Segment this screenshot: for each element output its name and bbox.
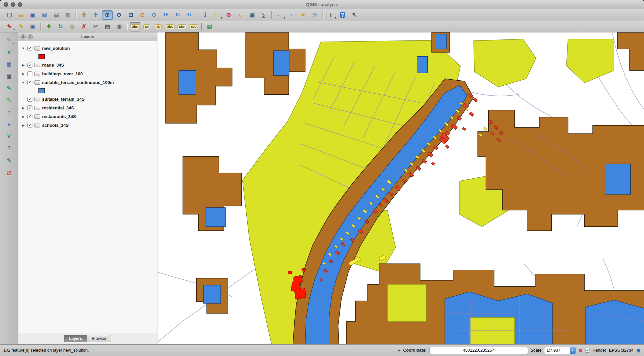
layer-checkbox[interactable]: [27, 97, 32, 102]
zoom-last-icon[interactable]: ↺: [160, 10, 171, 20]
text-annotation-icon[interactable]: T ▾: [326, 10, 336, 20]
toolbar-separator[interactable]: [76, 11, 76, 19]
move-feature-icon[interactable]: ✚: [43, 22, 54, 31]
expander-icon[interactable]: ▶: [21, 123, 25, 127]
layer-row-suitable-terrain-34s[interactable]: suitable_terrain_34S: [21, 95, 157, 103]
label-pin-icon[interactable]: ab: [153, 22, 164, 31]
select-features-icon[interactable]: ▢ ▾: [212, 10, 222, 20]
toolbar-separator[interactable]: [201, 23, 202, 30]
layer-row-new-solution[interactable]: ▼ new_solution: [21, 44, 157, 53]
expander-icon[interactable]: ▼: [21, 81, 25, 84]
whats-this-icon[interactable]: ↖: [349, 10, 360, 20]
layer-checkbox[interactable]: [27, 80, 32, 85]
field-calculator-icon[interactable]: ∑: [258, 10, 269, 20]
map-tips-icon[interactable]: ◖: [286, 10, 297, 20]
map-canvas[interactable]: [157, 32, 644, 344]
zoom-to-selection-icon[interactable]: ⊙: [137, 10, 148, 20]
save-project-as-icon[interactable]: ▣: [39, 10, 50, 20]
deselect-features-icon[interactable]: ⊘: [223, 10, 234, 20]
render-checkbox[interactable]: [585, 348, 590, 353]
layer-checkbox[interactable]: [27, 105, 32, 110]
expander-icon[interactable]: ▶: [21, 106, 25, 110]
close-panel-button[interactable]: ⊗: [20, 34, 26, 39]
pan-map-icon[interactable]: ✚: [79, 10, 89, 20]
scale-combo[interactable]: 1:7,937 ▼: [544, 347, 576, 354]
coordinate-input[interactable]: [429, 347, 528, 354]
copy-features-icon[interactable]: ▤: [102, 22, 113, 31]
new-project-icon[interactable]: ▢: [4, 10, 15, 20]
select-by-expression-icon[interactable]: ε: [235, 10, 246, 20]
pan-to-selection-icon[interactable]: ✚: [90, 10, 101, 20]
processing-toolbox-icon[interactable]: ▧: [204, 22, 215, 31]
add-database-layer-icon[interactable]: ▧: [3, 71, 15, 81]
vector-analysis-icon[interactable]: V: [3, 131, 15, 141]
toolbar-separator[interactable]: [40, 23, 41, 30]
layer-row-residential-34s[interactable]: ▶ residential_34S: [21, 103, 157, 112]
layer-checkbox[interactable]: [27, 123, 32, 128]
new-bookmark-icon[interactable]: ★: [298, 10, 308, 20]
float-panel-button[interactable]: ⊙: [27, 34, 33, 39]
paste-features-icon[interactable]: ▥: [114, 22, 124, 31]
expander-icon[interactable]: ▶: [21, 72, 25, 76]
clip-tool-icon[interactable]: ▧: [3, 168, 15, 177]
scale-combo-arrow-icon[interactable]: ▼: [570, 347, 575, 354]
save-project-icon[interactable]: ▣: [27, 10, 38, 20]
layer-checkbox[interactable]: [27, 63, 32, 68]
layer-checkbox[interactable]: [27, 114, 32, 119]
zoom-in-icon[interactable]: ⊕: [102, 10, 113, 20]
tab-layers[interactable]: Layers: [64, 335, 87, 342]
web-plugin-icon[interactable]: ○: [3, 107, 15, 117]
expander-icon[interactable]: ▼: [21, 47, 25, 50]
delete-selected-icon[interactable]: ✗: [79, 22, 89, 31]
layer-row-roads-34s[interactable]: ▶ roads_34S: [21, 61, 157, 69]
map-refresh-icon[interactable]: ↻: [184, 10, 195, 20]
layer-checkbox[interactable]: [27, 46, 32, 51]
label-properties-icon[interactable]: abc: [188, 22, 199, 31]
expander-icon[interactable]: ▶: [21, 63, 25, 67]
mouse-tracking-icon[interactable]: +: [398, 348, 400, 353]
layer-row-restaurants-34s[interactable]: ▶ restaurants_34S: [21, 112, 157, 121]
label-show-hide-icon[interactable]: abc: [165, 22, 175, 31]
label-toggle-icon[interactable]: abc: [130, 22, 140, 31]
rotate-feature-icon[interactable]: ↻: [55, 22, 66, 31]
node-tool-icon[interactable]: ◇: [67, 22, 78, 31]
zoom-full-icon[interactable]: ⊡: [125, 10, 136, 20]
style-manager-icon[interactable]: ✎: [3, 95, 15, 105]
stop-render-icon[interactable]: ⊛: [578, 348, 583, 353]
measure-icon[interactable]: ↔ ▾: [274, 10, 285, 20]
close-button[interactable]: [4, 2, 8, 7]
expander-icon[interactable]: ▶: [21, 115, 25, 118]
tab-browser[interactable]: Browser: [87, 335, 111, 342]
layer-row-suitable-terrain-continuous[interactable]: ▼ suitable_terrain_continuous_100m: [21, 78, 157, 87]
quick-draw-icon[interactable]: ✎: [3, 156, 15, 165]
toggle-editing-icon[interactable]: ✎: [16, 22, 26, 31]
zoom-next-icon[interactable]: ↻: [172, 10, 183, 20]
layer-checkbox[interactable]: [27, 71, 32, 76]
current-edits-icon[interactable]: ✎ ▾: [4, 22, 15, 31]
help-icon[interactable]: ?: [337, 10, 348, 20]
toolbar-separator[interactable]: [323, 11, 323, 19]
layer-row-schools-34s[interactable]: ▶ schools_34S: [21, 121, 157, 129]
add-vector-layer-icon[interactable]: V: [3, 47, 15, 57]
minimize-button[interactable]: [11, 2, 15, 7]
attribute-table-icon[interactable]: ▦: [247, 10, 257, 20]
cut-features-icon[interactable]: ✂: [90, 22, 101, 31]
annotation-tool-icon[interactable]: ✎: [3, 83, 15, 93]
help-contents-icon[interactable]: ?: [3, 144, 15, 153]
advanced-digitizing-icon[interactable]: ✎ ▾: [3, 35, 15, 45]
crs-status-icon[interactable]: ⊕: [636, 347, 641, 354]
composer-manager-icon[interactable]: ▥: [62, 10, 73, 20]
open-project-icon[interactable]: ▤: [16, 10, 26, 20]
identify-features-icon[interactable]: ℹ: [200, 10, 211, 20]
add-raster-layer-icon[interactable]: ▦: [3, 59, 15, 69]
toolbar-separator[interactable]: [197, 11, 198, 19]
zoom-to-layer-icon[interactable]: ⊙: [149, 10, 159, 20]
new-print-composer-icon[interactable]: ▤: [51, 10, 61, 20]
zoom-out-icon[interactable]: ⊖: [114, 10, 124, 20]
toolbar-separator[interactable]: [271, 11, 272, 19]
openlayers-icon[interactable]: ●: [3, 119, 15, 129]
label-rotate-icon[interactable]: abc: [176, 22, 187, 31]
show-bookmarks-icon[interactable]: ☆: [309, 10, 320, 20]
save-layer-edits-icon[interactable]: ▣: [27, 22, 38, 31]
zoom-button[interactable]: [18, 2, 22, 7]
